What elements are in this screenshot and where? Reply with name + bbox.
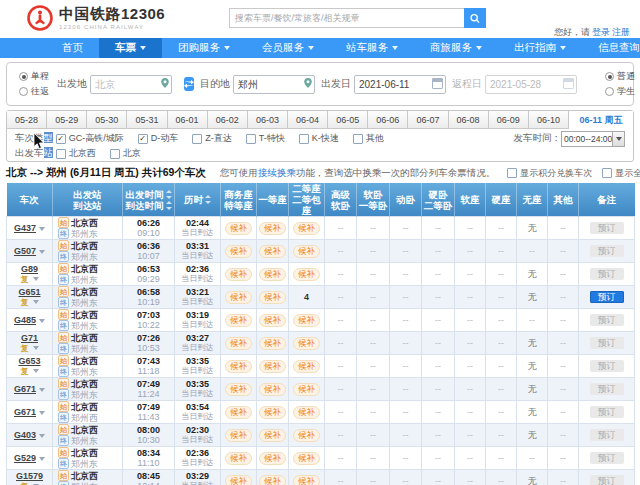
waitlist-link[interactable]: 候补	[225, 383, 252, 396]
waitlist-link[interactable]: 候补	[293, 222, 320, 235]
train-type-checkbox[interactable]: ✓GC-高铁/城际	[56, 132, 124, 145]
expand-caret-icon[interactable]	[39, 457, 45, 461]
trip-type-radio-往返[interactable]: 往返	[19, 85, 49, 98]
date-tab-06-08[interactable]: 06-08	[449, 111, 489, 129]
waitlist-link[interactable]: 候补	[259, 222, 286, 235]
train-type-checkbox[interactable]: Z-直达	[192, 132, 232, 145]
expand-caret-icon[interactable]	[33, 277, 39, 281]
column-header[interactable]: 硬座	[486, 183, 517, 217]
waitlist-link[interactable]: 候补	[259, 383, 286, 396]
nav-item-station-services[interactable]: 站车服务	[330, 38, 414, 58]
column-header[interactable]: 高级软卧	[325, 183, 357, 217]
train-type-checkbox[interactable]: K-快速	[299, 132, 339, 145]
expand-caret-icon[interactable]	[39, 434, 45, 438]
to-station-input[interactable]	[233, 75, 315, 94]
waitlist-link[interactable]: 候补	[225, 245, 252, 258]
depart-time-select[interactable]: 00:00--24:00	[561, 131, 625, 147]
waitlist-link[interactable]: 候补	[293, 245, 320, 258]
column-header[interactable]: 备注	[579, 183, 635, 217]
expand-caret-icon[interactable]	[39, 388, 45, 392]
transfer-link[interactable]: 接续换乘	[258, 167, 296, 178]
waitlist-link[interactable]: 候补	[293, 475, 320, 485]
column-header[interactable]: 其他	[548, 183, 579, 217]
train-number-link[interactable]: G507	[14, 246, 36, 256]
calendar-icon[interactable]	[432, 78, 443, 89]
show-bookable-trains-checkbox[interactable]: 显示全部可预订车次	[602, 167, 640, 180]
waitlist-link[interactable]: 候补	[293, 406, 320, 419]
nav-item-info-query[interactable]: 信息查询	[582, 38, 640, 58]
train-number-link[interactable]: G403	[14, 430, 36, 440]
train-number-link[interactable]: G485	[14, 315, 36, 325]
date-tab-05-28[interactable]: 05-28	[7, 111, 47, 129]
show-points-trains-checkbox[interactable]: 显示积分兑换车次	[507, 167, 592, 180]
waitlist-link[interactable]: 候补	[225, 429, 252, 442]
column-header[interactable]: 无座	[517, 183, 548, 217]
column-header[interactable]: 一等座	[257, 183, 289, 217]
date-tab-06-01[interactable]: 06-01	[168, 111, 208, 129]
waitlist-link[interactable]: 候补	[225, 291, 252, 304]
train-type-checkbox[interactable]: ✓D-动车	[138, 132, 179, 145]
date-tab-05-29[interactable]: 05-29	[47, 111, 87, 129]
swap-stations-button[interactable]	[184, 77, 194, 91]
passenger-type-radio-普通[interactable]: 普通	[605, 70, 635, 83]
train-number-link[interactable]: G651	[18, 287, 40, 297]
column-header[interactable]: 二等座二等包座	[289, 183, 325, 217]
waitlist-link[interactable]: 候补	[225, 268, 252, 281]
column-header[interactable]: 商务座特等座	[221, 183, 257, 217]
column-header[interactable]: 历时	[175, 183, 221, 217]
expand-caret-icon[interactable]	[39, 250, 45, 254]
waitlist-link[interactable]: 候补	[293, 337, 320, 350]
nav-item-tickets[interactable]: 车票	[99, 38, 162, 58]
sort-icon[interactable]	[166, 190, 172, 199]
waitlist-link[interactable]: 候补	[293, 429, 320, 442]
expand-caret-icon[interactable]	[33, 369, 39, 373]
depart-station-checkbox[interactable]: 北京	[110, 147, 141, 160]
waitlist-link[interactable]: 候补	[225, 475, 252, 485]
waitlist-link[interactable]: 候补	[259, 268, 286, 281]
date-tab-06-05[interactable]: 06-05	[328, 111, 368, 129]
waitlist-link[interactable]: 候补	[293, 314, 320, 327]
passenger-type-radio-学生[interactable]: 学生	[605, 85, 635, 98]
date-tab-06-04[interactable]: 06-04	[288, 111, 328, 129]
expand-caret-icon[interactable]	[33, 300, 39, 304]
waitlist-link[interactable]: 候补	[225, 406, 252, 419]
waitlist-link[interactable]: 候补	[225, 222, 252, 235]
waitlist-link[interactable]: 候补	[259, 475, 286, 485]
waitlist-link[interactable]: 候补	[293, 268, 320, 281]
column-header[interactable]: 车次	[7, 183, 53, 217]
waitlist-link[interactable]: 候补	[259, 360, 286, 373]
expand-caret-icon[interactable]	[39, 411, 45, 415]
date-tab-selected[interactable]: 06-11 周五	[569, 111, 633, 129]
from-station-input[interactable]	[90, 75, 172, 94]
date-tab-06-10[interactable]: 06-10	[529, 111, 569, 129]
train-number-link[interactable]: G71	[21, 333, 38, 343]
register-link[interactable]: 注册	[612, 27, 630, 37]
depart-station-checkbox[interactable]: 北京西	[56, 147, 96, 160]
column-header[interactable]: 动卧	[390, 183, 422, 217]
expand-caret-icon[interactable]	[33, 346, 39, 350]
waitlist-link[interactable]: 候补	[293, 452, 320, 465]
column-header[interactable]: 出发站到达站	[53, 183, 123, 217]
waitlist-link[interactable]: 候补	[259, 337, 286, 350]
date-tab-06-09[interactable]: 06-09	[489, 111, 529, 129]
nav-item-member-services[interactable]: 会员服务	[246, 38, 330, 58]
waitlist-link[interactable]: 候补	[225, 360, 252, 373]
nav-item-business-services[interactable]: 商旅服务	[414, 38, 498, 58]
column-header[interactable]: 软座	[455, 183, 486, 217]
train-number-link[interactable]: G1579	[16, 471, 43, 481]
expand-caret-icon[interactable]	[39, 319, 45, 323]
waitlist-link[interactable]: 候补	[259, 452, 286, 465]
nav-item-travel-guide[interactable]: 出行指南	[498, 38, 582, 58]
column-header[interactable]: 出发时间到达时间	[123, 183, 175, 217]
waitlist-link[interactable]: 候补	[259, 429, 286, 442]
date-tab-05-31[interactable]: 05-31	[127, 111, 167, 129]
date-tab-06-02[interactable]: 06-02	[208, 111, 248, 129]
login-link[interactable]: 登录	[592, 27, 610, 37]
waitlist-link[interactable]: 候补	[225, 337, 252, 350]
train-number-link[interactable]: G653	[18, 356, 40, 366]
train-number-link[interactable]: G671	[14, 407, 36, 417]
waitlist-link[interactable]: 候补	[259, 406, 286, 419]
column-header[interactable]: 硬卧二等卧	[422, 183, 455, 217]
column-header[interactable]: 软卧一等卧	[357, 183, 390, 217]
search-input[interactable]	[229, 8, 464, 28]
